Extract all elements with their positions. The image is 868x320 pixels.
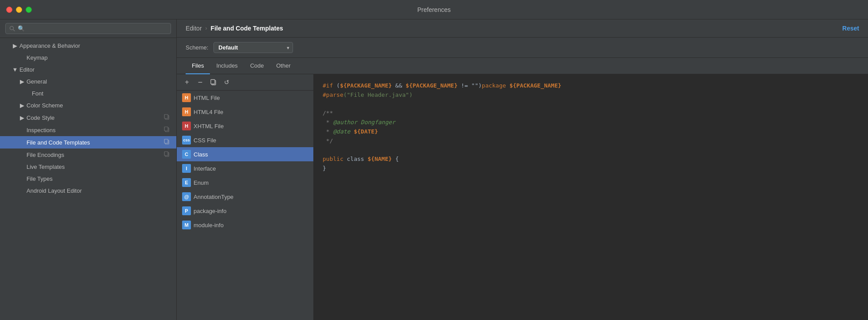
code-line: * @date ${DATE} [323,127,859,137]
list-item[interactable]: M module-info [177,218,313,232]
file-item-label: module-info [194,222,224,229]
sidebar-item-appearance-behavior[interactable]: ▶ Appearance & Behavior [0,40,176,52]
main-content: ▶ Appearance & Behavior ▶ Keymap ▼ Edito… [0,19,868,320]
sidebar-item-file-encodings[interactable]: ▶ File Encodings [0,149,176,161]
tab-code[interactable]: Code [244,58,270,74]
sidebar-item-font[interactable]: ▶ Font [0,88,176,99]
file-item-label: Class [194,151,208,158]
tab-includes[interactable]: Includes [210,58,244,74]
sidebar-item-android-layout[interactable]: ▶ Android Layout Editor [0,185,176,197]
file-item-label: HTML4 File [194,109,223,115]
tab-files[interactable]: Files [186,58,210,74]
search-input[interactable] [18,25,167,32]
close-button[interactable] [6,7,12,13]
svg-rect-7 [164,139,168,143]
scheme-select-wrap[interactable]: Default Project ▾ [213,42,293,53]
sidebar-item-label: Editor [19,66,171,73]
code-line: /** [323,109,859,118]
sidebar-item-inspections[interactable]: ▶ Inspections [0,124,176,136]
breadcrumb: Editor › File and Code Templates [186,25,283,32]
code-editor[interactable]: #if (${PACKAGE_NAME} && ${PACKAGE_NAME} … [314,74,868,320]
sidebar-item-label: File and Code Templates [27,139,164,146]
list-item[interactable]: css CSS File [177,133,313,147]
sidebar: ▶ Appearance & Behavior ▶ Keymap ▼ Edito… [0,19,177,320]
window-title: Preferences [417,6,450,13]
code-line: * @author Dongfanger [323,118,859,127]
list-item[interactable]: H HTML4 File [177,105,313,119]
list-item[interactable]: I Interface [177,161,313,175]
tab-other[interactable]: Other [270,58,297,74]
list-item[interactable]: H XHTML File [177,119,313,133]
breadcrumb-current: File and Code Templates [211,25,283,32]
minimize-button[interactable] [16,7,22,13]
scheme-select[interactable]: Default Project [213,42,293,53]
scheme-label: Scheme: [186,44,208,51]
reset-button[interactable]: Reset [842,25,859,32]
sidebar-item-label: File Types [27,175,171,182]
copy-badge-icon [164,126,171,133]
sidebar-item-label: Android Layout Editor [27,187,171,194]
arrow-icon: ▶ [19,115,25,120]
search-bar [0,19,176,38]
html-file-icon: H [182,93,191,102]
interface-file-icon: I [182,164,191,173]
sidebar-list: ▶ Appearance & Behavior ▶ Keymap ▼ Edito… [0,38,176,320]
list-item[interactable]: P package-info [177,204,313,218]
sidebar-item-color-scheme[interactable]: ▶ Color Scheme [0,99,176,111]
sidebar-item-label: General [27,78,171,85]
module-info-icon: M [182,221,191,229]
svg-rect-11 [211,80,215,84]
sidebar-item-label: Color Scheme [27,102,171,109]
svg-rect-5 [164,127,168,131]
sidebar-item-label: Keymap [27,54,171,61]
svg-rect-3 [164,114,168,118]
sidebar-item-code-style[interactable]: ▶ Code Style [0,111,176,124]
sidebar-item-keymap[interactable]: ▶ Keymap [0,52,176,64]
package-info-icon: P [182,206,191,215]
sidebar-item-file-types[interactable]: ▶ File Types [0,173,176,185]
arrow-icon: ▼ [12,67,18,72]
file-item-label: XHTML File [194,123,224,130]
file-list-panel: + − ↺ H HTML File [177,74,314,320]
copy-badge-icon [164,114,171,121]
remove-button[interactable]: − [194,77,206,88]
code-line: #parse("File Header.java") [323,91,859,100]
enum-file-icon: E [182,178,191,187]
file-item-label: AnnotationType [194,194,233,200]
panel-header: Editor › File and Code Templates Reset [177,19,868,38]
file-item-label: CSS File [194,137,216,144]
svg-line-1 [13,30,15,31]
sidebar-item-live-templates[interactable]: ▶ Live Templates [0,161,176,173]
list-item[interactable]: @ AnnotationType [177,190,313,204]
arrow-icon: ▶ [19,79,25,84]
sidebar-item-editor[interactable]: ▼ Editor [0,64,176,76]
maximize-button[interactable] [26,7,32,13]
copy-button[interactable] [208,77,219,88]
list-item[interactable]: H HTML File [177,91,313,105]
main-panel: Editor › File and Code Templates Reset S… [177,19,868,320]
sidebar-item-file-code-templates[interactable]: ▶ File and Code Templates [0,136,176,149]
code-line: */ [323,137,859,146]
code-line: } [323,164,859,173]
arrow-icon: ▶ [19,103,25,108]
traffic-lights [6,7,32,13]
sidebar-item-label: Inspections [27,127,164,133]
code-line: public class ${NAME} { [323,155,859,164]
list-item-class[interactable]: C Class [177,147,313,161]
sidebar-item-label: File Encodings [27,152,164,158]
css-file-icon: css [182,136,191,145]
copy-badge-icon [164,139,171,146]
file-list-toolbar: + − ↺ [177,74,313,91]
code-line [323,100,859,109]
file-item-label: Enum [194,179,209,186]
list-item[interactable]: E Enum [177,175,313,190]
title-bar: Preferences [0,0,868,19]
reset-template-button[interactable]: ↺ [221,77,232,88]
arrow-icon: ▶ [12,43,18,49]
add-button[interactable]: + [181,77,193,88]
scheme-row: Scheme: Default Project ▾ [177,38,868,58]
code-line [323,146,859,155]
sidebar-item-label: Font [32,90,171,97]
search-input-wrap[interactable] [5,23,171,34]
sidebar-item-general[interactable]: ▶ General [0,76,176,88]
